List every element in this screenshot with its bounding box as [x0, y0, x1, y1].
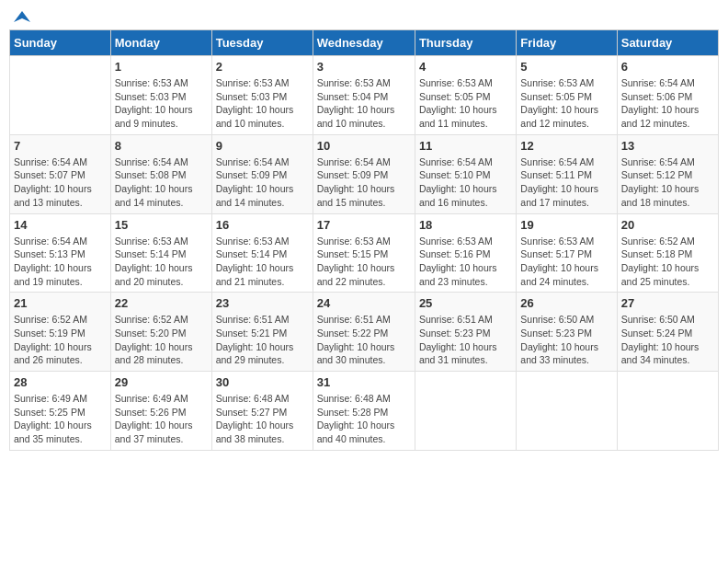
calendar-cell: 17Sunrise: 6:53 AM Sunset: 5:15 PM Dayli…: [313, 213, 415, 293]
week-row-4: 21Sunrise: 6:52 AM Sunset: 5:19 PM Dayli…: [10, 293, 719, 372]
calendar-cell: 31Sunrise: 6:48 AM Sunset: 5:28 PM Dayli…: [313, 372, 415, 451]
day-number: 8: [115, 139, 208, 153]
day-info: Sunrise: 6:53 AM Sunset: 5:17 PM Dayligh…: [520, 235, 612, 289]
day-info: Sunrise: 6:54 AM Sunset: 5:12 PM Dayligh…: [621, 155, 714, 210]
calendar-cell: 29Sunrise: 6:49 AM Sunset: 5:26 PM Dayli…: [110, 372, 211, 451]
day-number: 31: [317, 375, 411, 389]
calendar-cell: 21Sunrise: 6:52 AM Sunset: 5:19 PM Dayli…: [10, 293, 111, 372]
day-info: Sunrise: 6:54 AM Sunset: 5:13 PM Dayligh…: [14, 235, 107, 289]
day-info: Sunrise: 6:53 AM Sunset: 5:03 PM Dayligh…: [216, 76, 309, 131]
calendar-cell: 8Sunrise: 6:54 AM Sunset: 5:08 PM Daylig…: [110, 134, 211, 213]
week-row-5: 28Sunrise: 6:49 AM Sunset: 5:25 PM Dayli…: [10, 372, 719, 451]
column-header-monday: Monday: [110, 30, 211, 56]
day-info: Sunrise: 6:52 AM Sunset: 5:18 PM Dayligh…: [621, 235, 714, 289]
calendar-cell: 4Sunrise: 6:53 AM Sunset: 5:05 PM Daylig…: [415, 56, 516, 135]
day-info: Sunrise: 6:53 AM Sunset: 5:14 PM Dayligh…: [115, 235, 208, 289]
column-header-tuesday: Tuesday: [211, 30, 313, 56]
day-number: 16: [216, 218, 309, 232]
day-number: 3: [317, 60, 411, 74]
day-number: 17: [317, 218, 411, 232]
day-number: 25: [419, 296, 512, 310]
day-info: Sunrise: 6:54 AM Sunset: 5:07 PM Dayligh…: [14, 155, 107, 210]
calendar-cell: 14Sunrise: 6:54 AM Sunset: 5:13 PM Dayli…: [10, 213, 111, 293]
day-info: Sunrise: 6:53 AM Sunset: 5:15 PM Dayligh…: [317, 235, 411, 289]
day-number: 21: [14, 296, 107, 310]
calendar-cell: 7Sunrise: 6:54 AM Sunset: 5:07 PM Daylig…: [10, 134, 111, 213]
day-number: 6: [621, 60, 714, 74]
day-number: 19: [520, 218, 612, 232]
day-number: 9: [216, 139, 309, 153]
week-row-1: 1Sunrise: 6:53 AM Sunset: 5:03 PM Daylig…: [10, 56, 719, 135]
logo-bird-icon: [14, 9, 30, 26]
day-info: Sunrise: 6:51 AM Sunset: 5:22 PM Dayligh…: [317, 313, 411, 367]
day-info: Sunrise: 6:52 AM Sunset: 5:20 PM Dayligh…: [115, 313, 208, 367]
day-number: 14: [14, 218, 107, 232]
calendar-cell: 19Sunrise: 6:53 AM Sunset: 5:17 PM Dayli…: [517, 213, 617, 293]
svg-marker-0: [14, 11, 30, 22]
day-number: 4: [419, 60, 512, 74]
day-number: 28: [14, 375, 107, 389]
calendar-cell: 6Sunrise: 6:54 AM Sunset: 5:06 PM Daylig…: [617, 56, 718, 135]
week-row-2: 7Sunrise: 6:54 AM Sunset: 5:07 PM Daylig…: [10, 134, 719, 213]
calendar-cell: 15Sunrise: 6:53 AM Sunset: 5:14 PM Dayli…: [110, 213, 211, 293]
column-header-friday: Friday: [517, 30, 617, 56]
day-number: 20: [621, 218, 714, 232]
day-number: 2: [216, 60, 309, 74]
day-number: 5: [520, 60, 612, 74]
day-info: Sunrise: 6:54 AM Sunset: 5:10 PM Dayligh…: [419, 155, 512, 210]
day-info: Sunrise: 6:50 AM Sunset: 5:24 PM Dayligh…: [621, 313, 714, 367]
column-header-wednesday: Wednesday: [313, 30, 415, 56]
calendar-cell: 11Sunrise: 6:54 AM Sunset: 5:10 PM Dayli…: [415, 134, 516, 213]
calendar-cell: 18Sunrise: 6:53 AM Sunset: 5:16 PM Dayli…: [415, 213, 516, 293]
column-header-saturday: Saturday: [617, 30, 718, 56]
day-info: Sunrise: 6:54 AM Sunset: 5:06 PM Dayligh…: [621, 76, 714, 131]
calendar-cell: [10, 56, 111, 135]
calendar-cell: 13Sunrise: 6:54 AM Sunset: 5:12 PM Dayli…: [617, 134, 718, 213]
day-info: Sunrise: 6:48 AM Sunset: 5:28 PM Dayligh…: [317, 392, 411, 446]
calendar-cell: 23Sunrise: 6:51 AM Sunset: 5:21 PM Dayli…: [211, 293, 313, 372]
day-number: 22: [115, 296, 208, 310]
day-number: 29: [115, 375, 208, 389]
week-row-3: 14Sunrise: 6:54 AM Sunset: 5:13 PM Dayli…: [10, 213, 719, 293]
day-number: 10: [317, 139, 411, 153]
calendar-cell: 26Sunrise: 6:50 AM Sunset: 5:23 PM Dayli…: [517, 293, 617, 372]
calendar-cell: 16Sunrise: 6:53 AM Sunset: 5:14 PM Dayli…: [211, 213, 313, 293]
calendar-cell: 22Sunrise: 6:52 AM Sunset: 5:20 PM Dayli…: [110, 293, 211, 372]
day-number: 24: [317, 296, 411, 310]
day-info: Sunrise: 6:54 AM Sunset: 5:09 PM Dayligh…: [317, 155, 411, 210]
day-info: Sunrise: 6:48 AM Sunset: 5:27 PM Dayligh…: [216, 392, 309, 446]
day-number: 13: [621, 139, 714, 153]
calendar-cell: [517, 372, 617, 451]
day-info: Sunrise: 6:49 AM Sunset: 5:25 PM Dayligh…: [14, 392, 107, 446]
day-info: Sunrise: 6:53 AM Sunset: 5:05 PM Dayligh…: [520, 76, 612, 131]
day-info: Sunrise: 6:52 AM Sunset: 5:19 PM Dayligh…: [14, 313, 107, 367]
page-header: [9, 9, 719, 22]
day-info: Sunrise: 6:54 AM Sunset: 5:08 PM Dayligh…: [115, 155, 208, 210]
day-info: Sunrise: 6:50 AM Sunset: 5:23 PM Dayligh…: [520, 313, 612, 367]
calendar-cell: 30Sunrise: 6:48 AM Sunset: 5:27 PM Dayli…: [211, 372, 313, 451]
day-number: 27: [621, 296, 714, 310]
day-number: 1: [115, 60, 208, 74]
calendar-cell: 3Sunrise: 6:53 AM Sunset: 5:04 PM Daylig…: [313, 56, 415, 135]
calendar-cell: 25Sunrise: 6:51 AM Sunset: 5:23 PM Dayli…: [415, 293, 516, 372]
calendar-header-row: SundayMondayTuesdayWednesdayThursdayFrid…: [10, 30, 719, 56]
day-info: Sunrise: 6:53 AM Sunset: 5:16 PM Dayligh…: [419, 235, 512, 289]
calendar-cell: [617, 372, 718, 451]
day-number: 7: [14, 139, 107, 153]
calendar-cell: [415, 372, 516, 451]
day-info: Sunrise: 6:51 AM Sunset: 5:21 PM Dayligh…: [216, 313, 309, 367]
calendar-cell: 5Sunrise: 6:53 AM Sunset: 5:05 PM Daylig…: [517, 56, 617, 135]
calendar-cell: 2Sunrise: 6:53 AM Sunset: 5:03 PM Daylig…: [211, 56, 313, 135]
day-number: 23: [216, 296, 309, 310]
day-info: Sunrise: 6:53 AM Sunset: 5:04 PM Dayligh…: [317, 76, 411, 131]
calendar-cell: 1Sunrise: 6:53 AM Sunset: 5:03 PM Daylig…: [110, 56, 211, 135]
calendar-cell: 9Sunrise: 6:54 AM Sunset: 5:09 PM Daylig…: [211, 134, 313, 213]
day-info: Sunrise: 6:53 AM Sunset: 5:03 PM Dayligh…: [115, 76, 208, 131]
calendar-cell: 20Sunrise: 6:52 AM Sunset: 5:18 PM Dayli…: [617, 213, 718, 293]
day-info: Sunrise: 6:54 AM Sunset: 5:11 PM Dayligh…: [520, 155, 612, 210]
day-info: Sunrise: 6:51 AM Sunset: 5:23 PM Dayligh…: [419, 313, 512, 367]
calendar-table: SundayMondayTuesdayWednesdayThursdayFrid…: [9, 29, 719, 451]
calendar-cell: 24Sunrise: 6:51 AM Sunset: 5:22 PM Dayli…: [313, 293, 415, 372]
day-info: Sunrise: 6:53 AM Sunset: 5:05 PM Dayligh…: [419, 76, 512, 131]
calendar-cell: 10Sunrise: 6:54 AM Sunset: 5:09 PM Dayli…: [313, 134, 415, 213]
